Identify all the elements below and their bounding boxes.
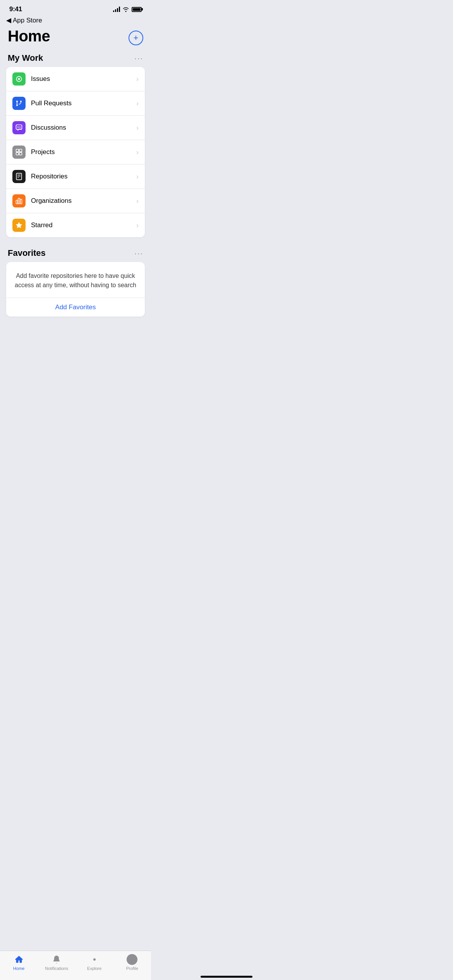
discussions-item[interactable]: Discussions › — [6, 116, 145, 140]
svg-rect-12 — [19, 152, 22, 155]
organizations-icon — [12, 194, 26, 207]
issues-chevron: › — [136, 75, 139, 83]
my-work-card: Issues › Pull Requests › — [6, 67, 145, 237]
add-favorites-button[interactable]: Add Favorites — [6, 298, 145, 317]
svg-point-1 — [18, 78, 20, 80]
pull-requests-label: Pull Requests — [31, 99, 136, 107]
projects-item[interactable]: Projects › — [6, 140, 145, 164]
issues-item[interactable]: Issues › — [6, 67, 145, 91]
favorites-section-header: Favorites ··· — [0, 245, 151, 262]
projects-icon — [12, 146, 26, 159]
repositories-label: Repositories — [31, 173, 136, 180]
svg-point-6 — [17, 127, 18, 128]
svg-rect-13 — [16, 173, 21, 180]
status-bar: 9:41 — [0, 0, 151, 15]
page-header: Home + — [0, 24, 151, 50]
organizations-label: Organizations — [31, 197, 136, 205]
pull-requests-icon — [12, 97, 26, 110]
organizations-item[interactable]: Organizations › — [6, 189, 145, 213]
svg-rect-9 — [16, 149, 19, 152]
back-arrow-icon: ◀ — [6, 16, 11, 24]
status-icons — [113, 7, 142, 12]
wifi-icon — [122, 7, 129, 12]
organizations-chevron: › — [136, 197, 139, 205]
pull-requests-chevron: › — [136, 99, 139, 108]
repositories-item[interactable]: Repositories › — [6, 164, 145, 189]
my-work-more-button[interactable]: ··· — [134, 54, 143, 63]
svg-rect-18 — [18, 198, 20, 204]
discussions-label: Discussions — [31, 124, 136, 132]
discussions-chevron: › — [136, 124, 139, 132]
my-work-title: My Work — [8, 53, 43, 63]
issues-label: Issues — [31, 75, 136, 83]
add-button[interactable]: + — [129, 31, 143, 45]
favorites-title: Favorites — [8, 248, 46, 258]
svg-point-7 — [19, 127, 20, 128]
repositories-chevron: › — [136, 173, 139, 181]
starred-chevron: › — [136, 221, 139, 230]
svg-rect-19 — [20, 199, 22, 204]
back-navigation[interactable]: ◀ App Store — [0, 15, 151, 24]
starred-label: Starred — [31, 221, 136, 229]
battery-icon — [132, 7, 142, 12]
projects-label: Projects — [31, 148, 136, 156]
projects-chevron: › — [136, 148, 139, 156]
issues-icon — [12, 72, 26, 86]
svg-rect-17 — [16, 200, 18, 204]
favorites-more-button[interactable]: ··· — [134, 249, 143, 258]
back-label: App Store — [13, 17, 42, 24]
page-title: Home — [8, 27, 50, 45]
discussions-icon — [12, 121, 26, 134]
favorites-empty-text: Add favorite repositories here to have q… — [6, 262, 145, 298]
svg-rect-10 — [19, 149, 22, 152]
repositories-icon — [12, 170, 26, 183]
pull-requests-item[interactable]: Pull Requests › — [6, 91, 145, 116]
my-work-section-header: My Work ··· — [0, 50, 151, 67]
svg-rect-11 — [16, 152, 19, 155]
favorites-card: Add favorite repositories here to have q… — [6, 262, 145, 317]
signal-icon — [113, 7, 120, 12]
starred-icon — [12, 219, 26, 232]
status-time: 9:41 — [9, 5, 22, 13]
svg-point-8 — [20, 127, 21, 128]
starred-item[interactable]: Starred › — [6, 213, 145, 237]
